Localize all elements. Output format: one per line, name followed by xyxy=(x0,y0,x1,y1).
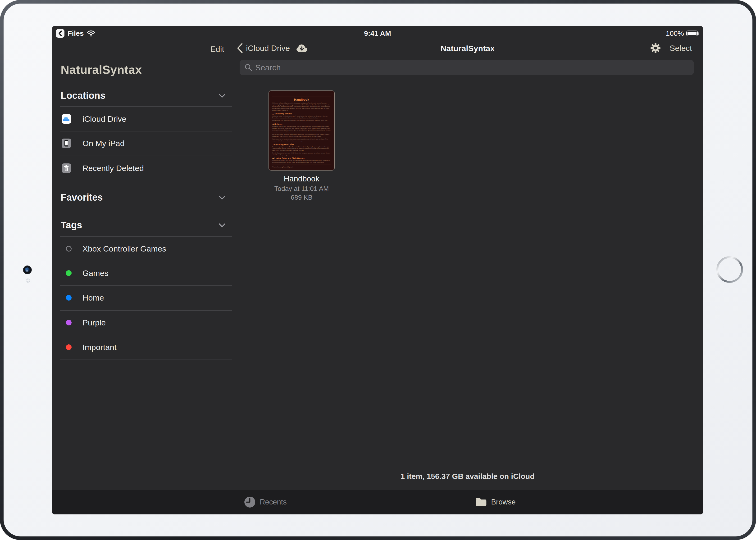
sidebar-item-on-my-ipad[interactable]: On My iPad xyxy=(52,131,232,156)
battery-percent: 100% xyxy=(666,29,684,38)
edit-button[interactable]: Edit xyxy=(210,45,224,54)
storage-status: 1 item, 156.37 GB available on iCloud xyxy=(232,472,703,481)
search-bar[interactable] xyxy=(240,60,694,75)
trash-icon xyxy=(62,163,71,173)
sidebar-item-label: On My iPad xyxy=(83,139,125,148)
search-input[interactable] xyxy=(255,63,689,72)
tag-label: Xbox Controller Games xyxy=(83,244,166,253)
chevron-down-icon xyxy=(219,223,226,227)
tag-circle-icon xyxy=(66,344,72,350)
file-thumbnail: Handbook Welcome to Natural Syntax, with… xyxy=(269,90,335,171)
chevron-down-icon xyxy=(219,93,226,98)
sidebar-item-recently-deleted[interactable]: Recently Deleted xyxy=(52,156,232,181)
folder-icon xyxy=(475,497,487,507)
tag-label: Games xyxy=(83,269,108,278)
sidebar-item-label: Recently Deleted xyxy=(83,164,144,173)
search-icon xyxy=(244,64,253,71)
file-item-handbook[interactable]: Handbook Welcome to Natural Syntax, with… xyxy=(269,90,335,201)
tab-label: Browse xyxy=(491,498,515,506)
import-icon: ⬇ xyxy=(272,144,274,146)
sidebar-tag-purple[interactable]: Purple xyxy=(52,310,232,335)
sidebar: Edit NaturalSyntax Locations iCloud Driv… xyxy=(52,41,232,490)
nav-title: NaturalSyntax xyxy=(232,44,703,53)
tab-recents[interactable]: Recents xyxy=(244,490,287,514)
sidebar-tag-games[interactable]: Games xyxy=(52,261,232,285)
file-size: 689 KB xyxy=(269,194,335,201)
tab-bar: Recents Browse xyxy=(52,490,703,514)
tag-label: Home xyxy=(83,293,104,303)
sidebar-tag-important[interactable]: Important xyxy=(52,335,232,359)
sidebar-tag-home[interactable]: Home xyxy=(52,285,232,310)
tag-circle-icon xyxy=(66,246,72,251)
sidebar-tag-xbox-controller-games[interactable]: Xbox Controller Games xyxy=(52,236,232,261)
gear-icon[interactable] xyxy=(650,43,661,53)
tag-circle-icon xyxy=(66,295,72,301)
tag-label: Important xyxy=(83,343,116,352)
section-header-locations[interactable]: Locations xyxy=(61,90,226,101)
ipad-icon xyxy=(62,139,71,148)
thumb-title: Handbook xyxy=(272,98,331,101)
status-bar: Files 9:41 AM 100% xyxy=(52,26,703,41)
sidebar-app-title: NaturalSyntax xyxy=(61,63,142,77)
status-time: 9:41 AM xyxy=(52,29,703,38)
ipad-device: Files 9:41 AM 100% Edit NaturalSyntax xyxy=(0,0,756,540)
cloud-icon: ☁ xyxy=(272,113,274,115)
icloud-drive-icon xyxy=(62,114,71,124)
light-sensor xyxy=(26,279,30,283)
section-header-favorites[interactable]: Favorites xyxy=(61,192,226,203)
divider xyxy=(60,359,232,360)
select-button[interactable]: Select xyxy=(670,44,692,53)
main-pane: iCloud Drive NaturalSyntax xyxy=(232,41,703,490)
front-camera xyxy=(23,265,32,274)
gear-icon: ⚙ xyxy=(272,123,274,125)
tab-browse[interactable]: Browse xyxy=(475,490,515,514)
nav-bar: iCloud Drive NaturalSyntax xyxy=(232,41,703,56)
battery-icon xyxy=(686,31,698,36)
sidebar-item-icloud-drive[interactable]: iCloud Drive xyxy=(52,107,232,131)
screen: Files 9:41 AM 100% Edit NaturalSyntax xyxy=(52,26,703,514)
tag-circle-icon xyxy=(66,270,72,276)
section-header-tags[interactable]: Tags xyxy=(61,220,226,230)
sidebar-item-label: iCloud Drive xyxy=(83,114,126,124)
overlay-icon: ▦ xyxy=(272,157,274,159)
tag-circle-icon xyxy=(66,320,72,326)
tab-label: Recents xyxy=(260,498,287,506)
home-button[interactable] xyxy=(716,256,743,283)
clock-icon xyxy=(244,496,256,508)
chevron-down-icon xyxy=(219,196,226,200)
tag-label: Purple xyxy=(83,318,106,327)
file-name: Handbook xyxy=(269,174,335,183)
file-modified: Today at 11:01 AM xyxy=(269,185,335,193)
